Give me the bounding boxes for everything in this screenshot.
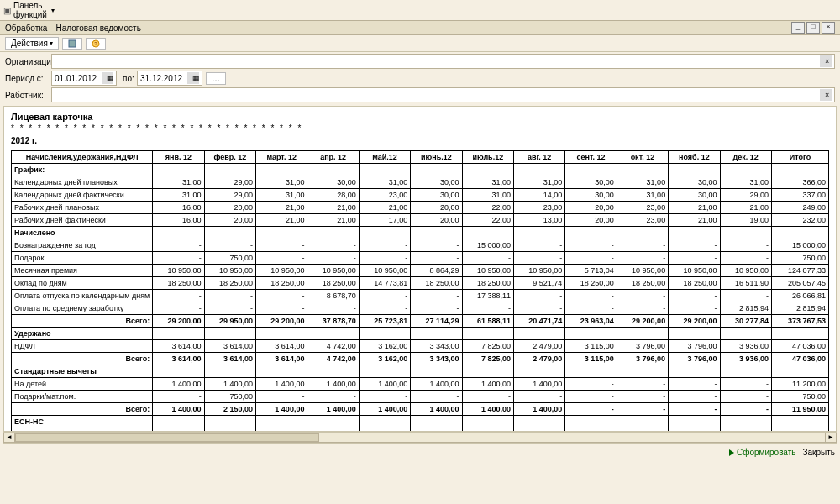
menu-nalogovaya-vedomost[interactable]: Налоговая ведомость: [55, 24, 140, 33]
close-button[interactable]: Закрыть: [802, 448, 835, 457]
table-row: На детей1 400,001 400,001 400,001 400,00…: [12, 378, 829, 391]
period-picker-button[interactable]: …: [206, 72, 226, 85]
toolbar-icon-1[interactable]: [62, 38, 82, 50]
date-to-calendar-button[interactable]: ▦: [187, 72, 199, 84]
window-min-button[interactable]: _: [791, 22, 805, 34]
table-row: Всего:1 400,002 150,001 400,001 400,001 …: [12, 403, 829, 416]
hscrollbar[interactable]: ◄ ►: [3, 432, 837, 444]
col-month: нояб. 12: [669, 151, 720, 164]
titlebar: ▣ Панель функций ▾: [0, 0, 840, 21]
date-from-calendar-button[interactable]: ▦: [102, 72, 113, 84]
po-label: по:: [120, 74, 137, 83]
scroll-right-button[interactable]: ►: [825, 433, 837, 443]
col-month: июнь.12: [411, 151, 462, 164]
table-row: Всего:3 614,003 614,003 614,004 742,003 …: [12, 353, 829, 365]
section-row: Удержано: [12, 328, 829, 340]
org-input[interactable]: ×: [51, 54, 835, 69]
table-row: Оплата отпуска по календарным дням---8 6…: [12, 290, 829, 302]
menu-obrabotka[interactable]: Обработка: [5, 24, 47, 33]
app-title: Панель функций: [13, 1, 47, 19]
worker-input[interactable]: ×: [51, 87, 835, 102]
report-document[interactable]: Лицевая карточка * * * * * * * * * * * *…: [3, 106, 837, 432]
generate-button[interactable]: Сформировать: [729, 448, 796, 457]
worker-clear-button[interactable]: ×: [820, 89, 832, 101]
card-stars: * * * * * * * * * * * * * * * * * * * * …: [11, 123, 829, 133]
col-month: янв. 12: [153, 151, 204, 164]
table-row: Оплата по среднему заработку-----------2…: [12, 302, 829, 315]
header-row: Начисления,удержания,НДФЛ янв. 12 февр. …: [12, 151, 829, 164]
table-row: Календарных дней фактически31,0029,0031,…: [12, 189, 829, 202]
actions-button[interactable]: Действия▾: [5, 37, 59, 50]
title-dropdown[interactable]: ▾: [51, 7, 55, 14]
col-total: Итого: [771, 151, 828, 164]
col-month: дек. 12: [720, 151, 771, 164]
col-month: февр. 12: [204, 151, 255, 164]
col-month: авг. 12: [513, 151, 564, 164]
table-row: Месячная премия10 950,0010 950,0010 950,…: [12, 265, 829, 277]
col-month: окт. 12: [617, 151, 668, 164]
card-year: 2012 г.: [11, 136, 829, 145]
table-row: Рабочих дней плановых16,0020,0021,0021,0…: [12, 202, 829, 214]
menubar: Обработка Налоговая ведомость _ □ ×: [0, 21, 840, 35]
worker-label: Работник:: [5, 91, 51, 100]
toolbar: Действия▾ ?: [0, 35, 840, 52]
scroll-thumb[interactable]: [15, 433, 319, 442]
table-row: Оклад по дням18 250,0018 250,0018 250,00…: [12, 277, 829, 290]
section-row: График:: [12, 164, 829, 176]
table-row: Всего:29 200,0029 950,0029 200,0037 878,…: [12, 315, 829, 328]
window-max-button[interactable]: □: [806, 22, 820, 34]
col-month: июль.12: [462, 151, 513, 164]
col-month: май.12: [359, 151, 410, 164]
table-row: Подарок-750,00----------750,00: [12, 252, 829, 265]
window-close-button[interactable]: ×: [822, 22, 835, 34]
section-row: ЕСН-НС: [12, 416, 829, 428]
col-month: сент. 12: [565, 151, 617, 164]
help-icon[interactable]: ?: [86, 38, 106, 50]
table-row: Подарки/мат.пом.-750,00----------750,00: [12, 391, 829, 403]
org-label: Организация:: [5, 57, 51, 66]
table-row: Рабочих дней фактически16,0020,0021,0021…: [12, 214, 829, 227]
col-month: апр. 12: [307, 151, 359, 164]
date-from-input[interactable]: 01.01.2012▦: [51, 71, 117, 86]
period-label: Период с:: [5, 74, 51, 83]
section-row: Стандартные вычеты: [12, 365, 829, 378]
section-row: Начислено: [12, 227, 829, 239]
report-table: Начисления,удержания,НДФЛ янв. 12 февр. …: [11, 150, 829, 432]
org-clear-button[interactable]: ×: [820, 55, 832, 67]
card-title: Лицевая карточка: [11, 112, 829, 122]
scroll-left-button[interactable]: ◄: [3, 433, 15, 443]
scroll-track[interactable]: [15, 433, 825, 443]
date-to-input[interactable]: 31.12.2012▦: [137, 71, 202, 86]
table-row: НДФЛ3 614,003 614,003 614,004 742,003 16…: [12, 340, 829, 353]
table-row: Календарных дней плановых31,0029,0031,00…: [12, 176, 829, 189]
play-icon: [729, 449, 734, 456]
footer: Сформировать Закрыть: [0, 444, 840, 460]
svg-rect-0: [69, 40, 76, 47]
table-row: Вознаграждение за год------15 000,00----…: [12, 239, 829, 252]
col-first: Начисления,удержания,НДФЛ: [12, 151, 153, 164]
col-month: март. 12: [256, 151, 307, 164]
form-area: Организация: × Период с: 01.01.2012▦ по:…: [0, 52, 840, 106]
